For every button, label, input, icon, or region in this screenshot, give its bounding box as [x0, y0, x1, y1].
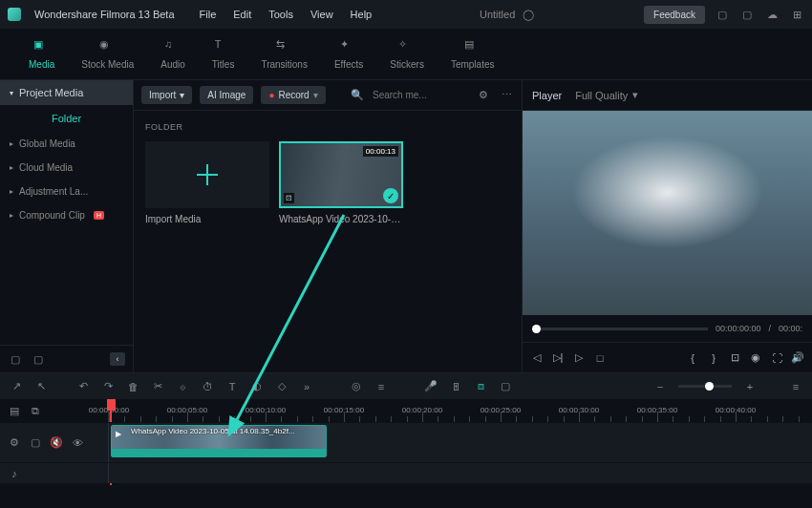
track-lane[interactable]: ▶ WhatsApp Video 2023-10-05 at 14.08.35_… [109, 423, 812, 462]
duration-badge: 00:00:13 [363, 146, 398, 157]
folder-icon[interactable]: ▢ [8, 351, 23, 367]
mark-in-icon[interactable]: { [686, 351, 699, 365]
menu-file[interactable]: File [200, 9, 217, 20]
monitor-icon[interactable]: ▢ [715, 7, 730, 22]
link-toggle-icon[interactable]: ⧉ [29, 404, 42, 417]
fullscreen-icon[interactable]: ⛶ [770, 351, 783, 365]
scrub-handle[interactable] [532, 325, 541, 333]
feedback-button[interactable]: Feedback [644, 6, 705, 24]
lock-icon[interactable]: ▢ [29, 436, 42, 450]
folder-heading: FOLDER [145, 122, 510, 132]
color-icon[interactable]: ◐ [250, 380, 264, 393]
sidebar-item-cloud-media[interactable]: Cloud Media [0, 156, 133, 180]
text-icon[interactable]: T [225, 380, 239, 393]
player-controls: ◁ ▷| ▷ □ { } ⊡ ◉ ⛶ 🔊 [523, 342, 812, 372]
stop-icon[interactable]: □ [593, 351, 607, 365]
tab-titles[interactable]: TTitles [212, 38, 235, 70]
ai-image-button[interactable]: AI Image [200, 86, 253, 104]
timeline-menu-icon[interactable]: ▤ [8, 404, 21, 417]
track-header: ⚙ ▢ 🔇 👁 [0, 423, 109, 462]
track-settings-icon[interactable]: ⚙ [8, 436, 21, 450]
app-title: Wondershare Filmora 13 Beta [34, 9, 175, 20]
tab-transitions[interactable]: ⇆Transitions [261, 38, 308, 70]
menu-view[interactable]: View [310, 9, 333, 20]
clip-audio-waveform [112, 449, 326, 456]
prev-frame-icon[interactable]: ◁ [530, 351, 544, 365]
sidebar-item-compound-clip[interactable]: Compound ClipH [0, 203, 133, 227]
capture-icon[interactable]: ◉ [749, 351, 762, 365]
magnet-icon[interactable]: ⧈ [474, 380, 487, 393]
menu-edit[interactable]: Edit [233, 9, 251, 20]
cut-icon[interactable]: ✂ [151, 380, 164, 393]
import-button[interactable]: Import ▾ [141, 86, 192, 104]
tab-stock-media[interactable]: ◉Stock Media [81, 38, 134, 70]
volume-icon[interactable]: 🔊 [791, 351, 804, 365]
link-icon[interactable]: ▢ [499, 380, 512, 393]
sidebar-item-adjustment-layer[interactable]: Adjustment La... [0, 180, 133, 203]
collapse-sidebar-button[interactable]: ‹ [110, 352, 125, 366]
audio-track-lane[interactable] [109, 463, 812, 483]
mute-icon[interactable]: 🔇 [50, 436, 63, 450]
preview-frame [523, 111, 812, 315]
check-icon: ✓ [383, 188, 398, 203]
zoom-handle[interactable] [705, 382, 714, 391]
search-input[interactable] [373, 90, 468, 100]
snapshot-icon[interactable]: ⊡ [728, 351, 741, 365]
redo-icon[interactable]: ↷ [101, 380, 115, 393]
player-heading: Player [532, 90, 562, 101]
play-backward-icon[interactable]: ▷| [551, 351, 565, 365]
menu-tools[interactable]: Tools [268, 9, 293, 20]
more-tools-icon[interactable]: » [300, 380, 313, 393]
speed-icon[interactable]: ⏱ [201, 380, 214, 393]
tab-media[interactable]: ▣Media [29, 38, 54, 70]
grid-icon[interactable]: ⊞ [789, 7, 804, 22]
time-ruler[interactable]: 00:00:00:0000:00:05:0000:00:10:0000:00:1… [109, 399, 812, 422]
tab-templates[interactable]: ▤Templates [451, 38, 495, 70]
pointer-icon[interactable]: ↖ [34, 380, 48, 393]
export-icon[interactable]: ↗ [10, 380, 23, 393]
quality-selector[interactable]: Full Quality ▾ [575, 89, 638, 101]
media-item[interactable]: 00:00:13 ⊡ ✓ WhatsApp Video 2023-10-05..… [279, 141, 403, 224]
cloud-icon[interactable]: ☁ [764, 7, 780, 22]
sidebar-item-global-media[interactable]: Global Media [0, 132, 133, 156]
tab-stickers[interactable]: ✧Stickers [390, 38, 424, 70]
marker-icon[interactable]: ◎ [350, 380, 363, 393]
delete-icon[interactable]: 🗑 [126, 380, 139, 393]
zoom-out-icon[interactable]: − [653, 380, 667, 393]
record-button[interactable]: ● Record ▾ [261, 86, 325, 104]
filter-icon[interactable]: ⚙ [476, 88, 491, 103]
save-icon[interactable]: ▢ [739, 7, 755, 22]
import-media-label: Import Media [145, 214, 269, 224]
project-media-header[interactable]: ▾ Project Media [0, 80, 133, 105]
project-title[interactable]: Untitled [480, 9, 515, 20]
zoom-in-icon[interactable]: + [743, 380, 757, 393]
playhead-flag-icon[interactable] [107, 399, 116, 411]
plus-icon [197, 164, 218, 185]
audio-mix-icon[interactable]: 🎚 [449, 380, 462, 393]
more-icon[interactable]: ⋯ [499, 88, 514, 103]
mark-out-icon[interactable]: } [707, 351, 720, 365]
scrub-track[interactable] [532, 328, 708, 330]
media-thumbnail[interactable]: 00:00:13 ⊡ ✓ [279, 141, 403, 208]
list-view-icon[interactable]: ≡ [789, 380, 802, 393]
timeline-clip[interactable]: ▶ WhatsApp Video 2023-10-05 at 14.08.35_… [111, 425, 327, 457]
track-icon[interactable]: ≡ [374, 380, 388, 393]
import-media-tile[interactable]: Import Media [145, 141, 269, 224]
zoom-slider[interactable] [678, 385, 732, 388]
player-viewport[interactable] [523, 111, 812, 315]
play-icon[interactable]: ▷ [572, 351, 586, 365]
new-folder-icon[interactable]: ▢ [31, 351, 46, 367]
crop-icon[interactable]: ⟐ [176, 380, 189, 393]
keyframe-icon[interactable]: ◇ [275, 380, 288, 393]
search-icon: 🔍 [350, 88, 365, 103]
audio-track-icon[interactable]: ♪ [8, 467, 21, 480]
video-track: ⚙ ▢ 🔇 👁 ▶ WhatsApp Video 2023-10-05 at 1… [0, 422, 812, 462]
menu-help[interactable]: Help [351, 9, 373, 20]
eye-icon[interactable]: 👁 [71, 436, 84, 450]
tab-effects[interactable]: ✦Effects [334, 38, 363, 70]
undo-icon[interactable]: ↶ [76, 380, 90, 393]
audio-track-header: ♪ [0, 463, 109, 483]
mic-icon[interactable]: 🎤 [424, 380, 438, 393]
folder-tab[interactable]: Folder [0, 105, 133, 132]
tab-audio[interactable]: ♫Audio [160, 38, 185, 70]
